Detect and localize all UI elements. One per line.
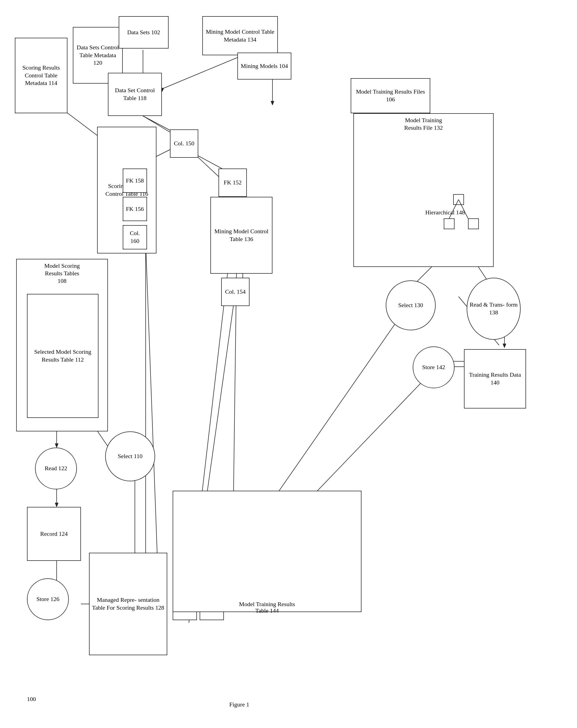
svg-line-45 bbox=[270, 310, 405, 504]
mining-model-control-table-136: Mining Model Control Table 136 bbox=[210, 197, 272, 274]
selected-model-scoring-results-table-112: Selected Model Scoring Results Table 112 bbox=[27, 294, 98, 418]
figure-label: Figure 1 bbox=[229, 701, 249, 708]
select-130: Select 130 bbox=[386, 280, 436, 330]
record-124: Record 124 bbox=[27, 507, 81, 561]
training-results-data-140: Training Results Data 140 bbox=[464, 349, 526, 409]
col-150: Col. 150 bbox=[170, 129, 198, 158]
svg-marker-40 bbox=[503, 344, 506, 348]
svg-marker-7 bbox=[271, 101, 274, 105]
col-154: Col. 154 bbox=[221, 278, 250, 306]
data-sets-102: Data Sets 102 bbox=[119, 16, 169, 49]
store-142: Store 142 bbox=[413, 346, 454, 388]
svg-line-4 bbox=[162, 55, 243, 89]
col-160: Col. 160 bbox=[123, 225, 147, 250]
model-training-results-file-132-outer: Model Training Results File 132 bbox=[353, 113, 494, 267]
read-transform-138: Read & Trans- form 138 bbox=[467, 278, 521, 340]
hierarchical-tree-left bbox=[444, 218, 454, 229]
svg-line-61 bbox=[146, 243, 159, 607]
mining-model-control-table-metadata-134: Mining Model Control Table Metadata 134 bbox=[202, 16, 278, 55]
hierarchical-tree-root bbox=[453, 194, 464, 205]
mining-models-104: Mining Models 104 bbox=[237, 53, 291, 80]
scoring-results-control-table-metadata-114: Scoring Results Control Table Metadata 1… bbox=[15, 38, 68, 113]
fk-156: FK 156 bbox=[123, 197, 147, 221]
store-126: Store 126 bbox=[27, 578, 69, 620]
diagram: Scoring Results Control Table Metadata 1… bbox=[0, 0, 577, 728]
select-110: Select 110 bbox=[105, 432, 155, 481]
read-122: Read 122 bbox=[35, 448, 77, 489]
model-training-results-files-106: Model Training Results Files 106 bbox=[351, 78, 430, 113]
figure-number: 100 bbox=[27, 696, 36, 703]
fk-158: FK 158 bbox=[123, 168, 147, 193]
managed-representation-table-128: Managed Repre- sentation Table For Scori… bbox=[89, 553, 167, 655]
hierarchical-tree-right bbox=[468, 218, 479, 229]
svg-marker-51 bbox=[55, 503, 58, 507]
svg-marker-49 bbox=[55, 444, 58, 448]
fk-152: FK 152 bbox=[219, 168, 247, 197]
hierarchical-148-label: Hierarchical 148 bbox=[418, 209, 472, 216]
data-set-control-table-118: Data Set Control Table 118 bbox=[108, 73, 162, 116]
model-training-results-table-144: Model Training Results Table 144 bbox=[173, 491, 361, 612]
